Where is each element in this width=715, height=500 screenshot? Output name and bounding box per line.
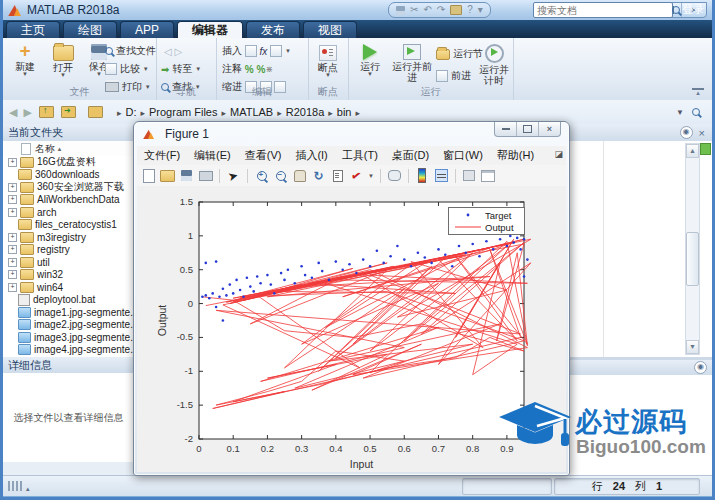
- file-row[interactable]: image2.jpg-segmente..: [3, 319, 134, 332]
- new-button[interactable]: + 新建▼: [7, 42, 43, 86]
- run-advance-button[interactable]: 运行并前进: [392, 42, 432, 86]
- expand-icon[interactable]: +: [8, 158, 17, 167]
- breadcrumb-segment[interactable]: R2018a: [286, 106, 325, 118]
- file-row[interactable]: +arch: [3, 206, 134, 219]
- panel-close-icon[interactable]: ×: [699, 127, 705, 139]
- insert-row[interactable]: 插入 fx ▼: [222, 43, 291, 59]
- back-icon[interactable]: ◀: [9, 106, 17, 119]
- print-figure-icon[interactable]: [198, 168, 213, 183]
- rotate-3d-icon[interactable]: ↻: [311, 168, 326, 183]
- forward-icon[interactable]: ▶: [23, 106, 31, 119]
- expand-icon[interactable]: +: [8, 283, 17, 292]
- file-row[interactable]: +16G优盘资料: [3, 156, 134, 169]
- breadcrumb-segment[interactable]: D:: [125, 106, 136, 118]
- folder-icon[interactable]: [450, 5, 462, 15]
- new-figure-icon[interactable]: [141, 168, 156, 183]
- figure-close-button[interactable]: ×: [538, 122, 560, 136]
- file-row[interactable]: image3.jpg-segmente..: [3, 331, 134, 344]
- breadcrumb-segment[interactable]: MATLAB: [230, 106, 273, 118]
- file-row[interactable]: +win32: [3, 269, 134, 282]
- file-row[interactable]: +util: [3, 256, 134, 269]
- tab-publish[interactable]: 发布: [246, 21, 300, 38]
- figure-menu-item[interactable]: 窗口(W): [436, 148, 490, 163]
- open-button[interactable]: 打开▼: [45, 42, 81, 86]
- file-row[interactable]: +registry: [3, 244, 134, 257]
- lower-panel-menu-icon[interactable]: ◉: [694, 361, 707, 374]
- tab-home[interactable]: 主页: [6, 21, 60, 38]
- file-row[interactable]: +m3iregistry: [3, 231, 134, 244]
- file-row[interactable]: 360downloads: [3, 169, 134, 182]
- figure-menu-item[interactable]: 文件(F): [137, 148, 187, 163]
- insert-colorbar-icon[interactable]: [415, 168, 430, 183]
- file-row[interactable]: +win64: [3, 281, 134, 294]
- data-cursor-icon[interactable]: [330, 168, 345, 183]
- figure-minimize-button[interactable]: [495, 122, 516, 136]
- signin-button[interactable]: 登录: [676, 2, 710, 17]
- goto-button[interactable]: ➡转至 ▼: [161, 61, 201, 77]
- expand-icon[interactable]: +: [8, 195, 17, 204]
- tab-apps[interactable]: APP: [120, 21, 174, 38]
- figure-canvas[interactable]: 00.10.20.30.40.50.60.70.80.9-2-1.5-1-0.5…: [137, 186, 566, 472]
- editor-scrollbar[interactable]: ▲ ▼: [685, 143, 700, 355]
- help-icon[interactable]: ?: [467, 4, 473, 16]
- figure-dock-icon[interactable]: ◪: [554, 149, 563, 159]
- search-input[interactable]: [534, 5, 672, 16]
- filelist-column-header[interactable]: 名称 ▴: [3, 141, 134, 157]
- file-row[interactable]: image1.jpg-segmente..: [3, 306, 134, 319]
- details-header[interactable]: 详细信息: [3, 357, 144, 374]
- address-dropdown-icon[interactable]: ▼: [676, 108, 684, 117]
- statusbar-grip-icon[interactable]: [8, 481, 24, 491]
- run-button[interactable]: 运行▼: [352, 42, 388, 86]
- file-row[interactable]: +AliWorkbenchData: [3, 194, 134, 207]
- brush-dropdown-icon[interactable]: ▼: [368, 173, 374, 179]
- figure-menu-item[interactable]: 查看(V): [238, 148, 289, 163]
- advance-button[interactable]: 前进: [436, 68, 471, 84]
- current-folder-header[interactable]: 当前文件夹: [3, 124, 144, 142]
- breadcrumb[interactable]: ▸D:▸Program Files▸MATLAB▸R2018a▸bin▸: [113, 106, 364, 118]
- scroll-down-icon[interactable]: ▼: [686, 340, 699, 354]
- figure-menu-item[interactable]: 桌面(D): [385, 148, 436, 163]
- figure-menu-item[interactable]: 编辑(E): [187, 148, 238, 163]
- brush-data-icon[interactable]: ✔: [349, 168, 364, 183]
- hide-plot-tools-icon[interactable]: [462, 168, 477, 183]
- file-row[interactable]: +360安全浏览器下载: [3, 181, 134, 194]
- run-time-button[interactable]: 运行并计时: [476, 42, 512, 86]
- scrollbar-thumb[interactable]: [686, 232, 699, 286]
- tab-editor[interactable]: 编辑器: [177, 21, 243, 38]
- qat-dropdown-icon[interactable]: ▾: [478, 4, 483, 16]
- save-icon[interactable]: [396, 6, 405, 15]
- expand-icon[interactable]: +: [8, 245, 17, 254]
- edit-plot-icon[interactable]: ➤: [226, 168, 241, 183]
- breakpoints-button[interactable]: 断点▼: [310, 42, 346, 86]
- address-search-icon[interactable]: [692, 108, 700, 116]
- insert-legend-icon[interactable]: [434, 168, 449, 183]
- expand-icon[interactable]: +: [8, 183, 17, 192]
- file-row[interactable]: image4.jpg-segmente..: [3, 344, 134, 357]
- save-figure-icon[interactable]: [179, 168, 194, 183]
- figure-menu-item[interactable]: 帮助(H): [490, 148, 541, 163]
- find-files-button[interactable]: 查找文件: [105, 43, 156, 59]
- file-row[interactable]: files_ceratocystis1: [3, 219, 134, 232]
- folder-up-icon[interactable]: [39, 106, 54, 118]
- nav-arrows[interactable]: ◁ ▷: [164, 43, 182, 59]
- open-file-icon[interactable]: [160, 168, 175, 183]
- compare-button[interactable]: 比较 ▼: [105, 61, 149, 77]
- pan-hand-icon[interactable]: [292, 168, 307, 183]
- undo-icon[interactable]: ↶: [423, 4, 431, 16]
- tab-plots[interactable]: 绘图: [63, 21, 117, 38]
- show-plot-tools-icon[interactable]: [481, 168, 496, 183]
- file-row[interactable]: deploytool.bat: [3, 294, 134, 307]
- redo-icon[interactable]: ↷: [437, 4, 445, 16]
- figure-menu-item[interactable]: 工具(T): [335, 148, 385, 163]
- scroll-up-icon[interactable]: ▲: [686, 144, 699, 158]
- figure-window[interactable]: Figure 1 × 文件(F)编辑(E)查看(V)插入(I)工具(T)桌面(D…: [133, 121, 570, 476]
- zoom-out-icon[interactable]: −: [273, 168, 288, 183]
- figure-menu-item[interactable]: 插入(I): [288, 148, 334, 163]
- expand-icon[interactable]: +: [8, 208, 17, 217]
- cut-icon[interactable]: ✂: [410, 4, 418, 16]
- ribbon-collapse-icon[interactable]: ▴: [692, 88, 704, 96]
- link-plot-icon[interactable]: [387, 168, 402, 183]
- expand-icon[interactable]: +: [8, 270, 17, 279]
- breadcrumb-segment[interactable]: bin: [337, 106, 352, 118]
- browse-folder-icon[interactable]: [61, 106, 76, 118]
